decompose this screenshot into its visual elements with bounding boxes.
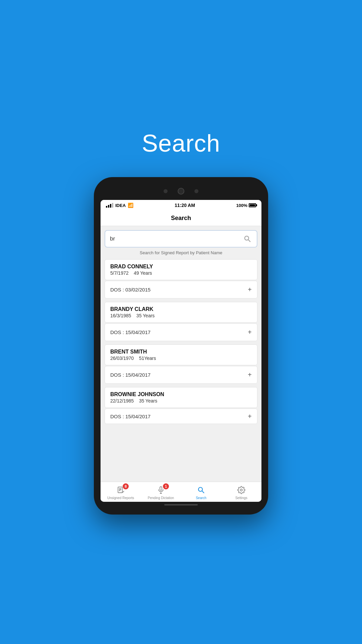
- expand-icon: +: [248, 413, 252, 420]
- tab-label-pending-dictation: Pending Dictation: [148, 496, 174, 500]
- patient-info: 26/03/1970 51Years: [110, 356, 252, 361]
- status-bar: IDEA 📶 11:20 AM 100%: [101, 200, 261, 211]
- carrier-name: IDEA: [115, 203, 126, 208]
- tab-icon-wrap-settings: [235, 485, 247, 495]
- tab-label-unsigned-reports: Unsigned Reports: [107, 496, 134, 500]
- phone-bottom-bar: [101, 502, 261, 508]
- status-right: 100%: [236, 203, 256, 208]
- phone-shell: IDEA 📶 11:20 AM 100% Search br: [94, 177, 268, 515]
- svg-line-1: [248, 240, 250, 242]
- patient-card[interactable]: BRAD CONNELY 5/7/1972 49 Years: [105, 259, 257, 280]
- dos-text: DOS : 03/02/2015: [110, 287, 150, 292]
- front-camera-main: [178, 188, 184, 195]
- unsigned-reports-badge: 8: [123, 483, 129, 489]
- patient-name: BRANDY CLARK: [110, 306, 252, 312]
- expand-icon: +: [248, 328, 252, 336]
- content-area: br Search for Signed Report by Patient N…: [101, 226, 261, 482]
- svg-rect-6: [160, 487, 162, 490]
- svg-line-10: [202, 491, 204, 493]
- patient-name: BRENT SMITH: [110, 349, 252, 355]
- search-hint: Search for Signed Report by Patient Name: [105, 250, 257, 255]
- dos-card[interactable]: DOS : 03/02/2015 +: [105, 281, 257, 299]
- dos-text: DOS : 15/04/2017: [110, 329, 150, 335]
- search-input-value: br: [110, 235, 243, 242]
- pending-dictation-badge: 1: [163, 483, 169, 489]
- signal-bar-1: [106, 206, 107, 208]
- app-header: Search: [101, 211, 261, 226]
- search-box[interactable]: br: [105, 230, 257, 248]
- phone-top-bar: [101, 184, 261, 200]
- tab-icon-wrap-dictation: 1: [155, 485, 167, 495]
- page-title: Search: [142, 129, 220, 157]
- dos-card-partial[interactable]: DOS : 15/04/2017 +: [105, 409, 257, 424]
- dos-text: DOS : 15/04/2017: [110, 372, 150, 378]
- patient-name: BRAD CONNELY: [110, 264, 252, 270]
- wifi-icon: 📶: [128, 203, 133, 208]
- svg-point-9: [198, 487, 202, 491]
- patient-card[interactable]: BRENT SMITH 26/03/1970 51Years: [105, 344, 257, 365]
- signal-bar-4: [112, 203, 113, 208]
- search-icon: [243, 234, 252, 244]
- phone-screen: IDEA 📶 11:20 AM 100% Search br: [101, 200, 261, 502]
- patient-info: 22/12/1985 35 Years: [110, 398, 252, 404]
- search-tab-icon: [197, 486, 205, 494]
- dos-card[interactable]: DOS : 15/04/2017 +: [105, 366, 257, 384]
- time-display: 11:20 AM: [175, 203, 195, 208]
- front-camera-right: [194, 189, 198, 193]
- gear-icon: [237, 486, 245, 494]
- expand-icon: +: [248, 371, 252, 379]
- patient-card[interactable]: BRANDY CLARK 16/3/1985 35 Years: [105, 302, 257, 323]
- dos-text-partial: DOS : 15/04/2017: [110, 414, 150, 419]
- tab-icon-wrap-unsigned: 8: [115, 485, 127, 495]
- svg-point-0: [245, 236, 249, 240]
- app-title: Search: [171, 215, 191, 221]
- battery-percent: 100%: [236, 203, 247, 208]
- tab-bar: 8 Unsigned Reports 1 Pending Dictation: [101, 482, 261, 502]
- patient-card[interactable]: BROWNIE JOHNSON 22/12/1985 35 Years: [105, 387, 257, 408]
- tab-icon-wrap-search: [195, 485, 207, 495]
- patient-name: BROWNIE JOHNSON: [110, 391, 252, 397]
- patient-info: 16/3/1985 35 Years: [110, 313, 252, 318]
- status-left: IDEA 📶: [106, 203, 133, 208]
- front-camera-left: [164, 189, 168, 193]
- tab-search[interactable]: Search: [181, 482, 221, 502]
- battery-icon: [249, 203, 256, 207]
- tab-label-settings: Settings: [235, 496, 247, 500]
- tab-settings[interactable]: Settings: [221, 482, 261, 502]
- svg-point-11: [240, 489, 242, 491]
- expand-icon: +: [248, 286, 252, 293]
- tab-label-search: Search: [196, 496, 206, 500]
- signal-bars: [106, 203, 113, 208]
- dos-card[interactable]: DOS : 15/04/2017 +: [105, 323, 257, 341]
- signal-bar-2: [108, 205, 109, 208]
- patient-info: 5/7/1972 49 Years: [110, 270, 252, 276]
- signal-bar-3: [110, 204, 111, 208]
- tab-pending-dictation[interactable]: 1 Pending Dictation: [141, 482, 181, 502]
- home-indicator: [164, 504, 198, 505]
- tab-unsigned-reports[interactable]: 8 Unsigned Reports: [101, 482, 141, 502]
